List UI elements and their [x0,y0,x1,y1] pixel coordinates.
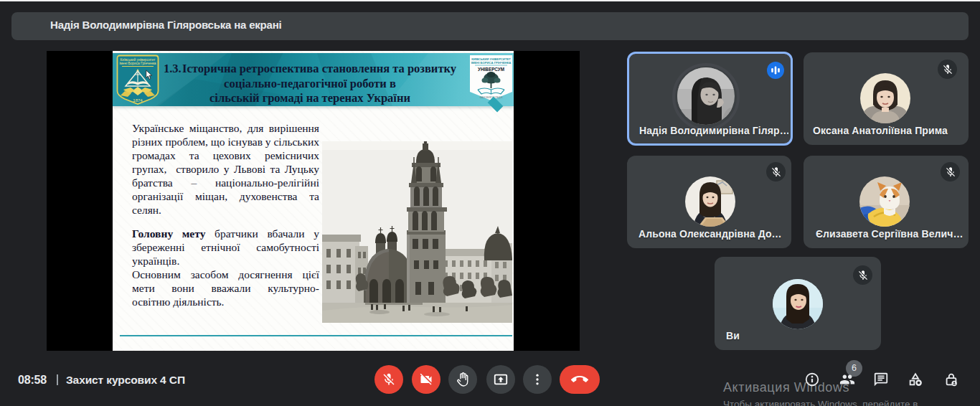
svg-text:ІМЕНІ БОРИСА ГРІНЧЕНКА: ІМЕНІ БОРИСА ГРІНЧЕНКА [471,61,512,65]
svg-text:імені Бориса Грінченка: імені Бориса Грінченка [119,62,156,65]
svg-text:УНІВЕРСУМ: УНІВЕРСУМ [478,67,504,72]
svg-text:1874: 1874 [133,98,143,103]
svg-text:Київський університет: Київський університет [121,57,156,62]
